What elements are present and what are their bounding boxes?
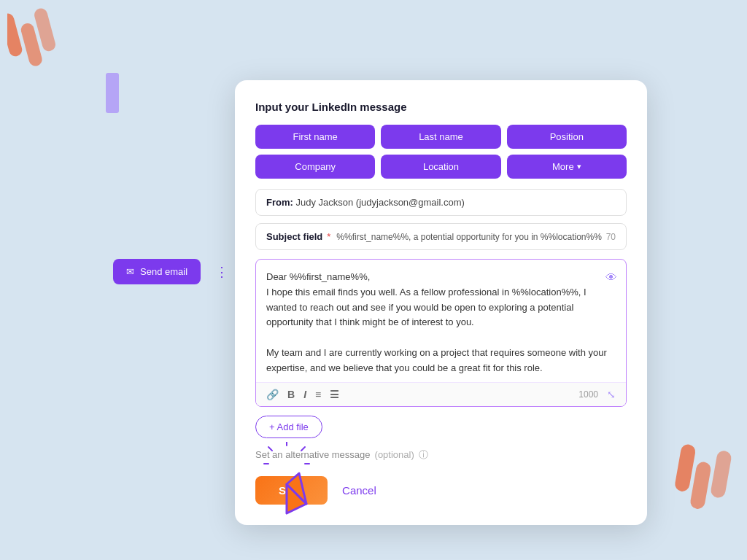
svg-rect-12 — [710, 450, 732, 499]
modal-title: Input your LinkedIn message — [255, 101, 627, 113]
svg-rect-1 — [20, 22, 44, 68]
svg-rect-0 — [7, 12, 23, 58]
decorative-wave-top-left — [7, 7, 66, 105]
add-file-button[interactable]: + Add file — [255, 416, 322, 438]
send-email-more-icon[interactable]: ⋮ — [215, 264, 228, 280]
subject-char-count: 70 — [606, 232, 616, 242]
send-email-label: Send email — [140, 266, 187, 277]
ordered-list-icon[interactable]: ≡ — [315, 389, 321, 400]
tag-position[interactable]: Position — [507, 125, 627, 149]
italic-icon[interactable]: I — [303, 389, 306, 400]
subject-field[interactable]: Subject field * %%first_name%%, a potent… — [255, 223, 627, 250]
message-editor[interactable]: Dear %%first_name%%, I hope this email f… — [255, 259, 627, 407]
from-field: From: Judy Jackson (judyjackson@gmail.co… — [255, 189, 627, 216]
send-email-icon: ✉ — [126, 266, 134, 277]
save-button[interactable]: Save — [255, 476, 328, 505]
subject-required: * — [327, 231, 330, 242]
add-file-label: + Add file — [269, 421, 309, 432]
svg-rect-10 — [674, 443, 697, 492]
cancel-button[interactable]: Cancel — [342, 484, 376, 497]
alt-message-label[interactable]: Set an alternative message — [255, 449, 371, 460]
svg-rect-2 — [33, 7, 57, 52]
unordered-list-icon[interactable]: ☰ — [330, 389, 339, 400]
message-text: Dear %%first_name%%, I hope this email f… — [266, 271, 607, 373]
alt-message-section: Set an alternative message (optional) ⓘ — [255, 448, 627, 462]
tag-location[interactable]: Location — [381, 155, 500, 179]
preview-icon[interactable]: 👁 — [605, 268, 617, 287]
from-value: Judy Jackson (judyjackson@gmail.com) — [295, 197, 464, 208]
decorative-wave-bottom-right — [670, 440, 736, 545]
svg-rect-11 — [689, 461, 712, 510]
message-char-count: 1000 — [578, 389, 598, 400]
save-label: Save — [279, 484, 304, 497]
alt-message-optional: (optional) — [375, 449, 414, 460]
tag-company[interactable]: Company — [255, 155, 375, 179]
tag-last-name[interactable]: Last name — [381, 125, 500, 149]
from-label: From: — [266, 197, 293, 208]
bottom-actions: Save Cancel — [255, 476, 627, 505]
message-content[interactable]: Dear %%first_name%%, I hope this email f… — [256, 260, 626, 382]
chevron-down-icon: ▾ — [577, 162, 581, 171]
linkedin-message-modal: Input your LinkedIn message First name L… — [235, 80, 647, 525]
resize-icon[interactable]: ⤡ — [607, 389, 616, 400]
decorative-purple-rect — [106, 73, 119, 113]
tag-more[interactable]: More ▾ — [507, 155, 627, 179]
cancel-label: Cancel — [342, 484, 376, 497]
tags-grid: First name Last name Position Company Lo… — [255, 125, 627, 179]
send-email-button[interactable]: ✉ Send email — [113, 259, 201, 284]
link-icon[interactable]: 🔗 — [266, 389, 279, 400]
editor-toolbar: 🔗 B I ≡ ☰ 1000 ⤡ — [256, 382, 626, 406]
tag-first-name[interactable]: First name — [255, 125, 375, 149]
bold-icon[interactable]: B — [287, 389, 295, 400]
info-icon[interactable]: ⓘ — [419, 448, 428, 462]
subject-label: Subject field — [266, 231, 322, 242]
subject-value: %%first_name%%, a potential opportunity … — [336, 232, 602, 242]
